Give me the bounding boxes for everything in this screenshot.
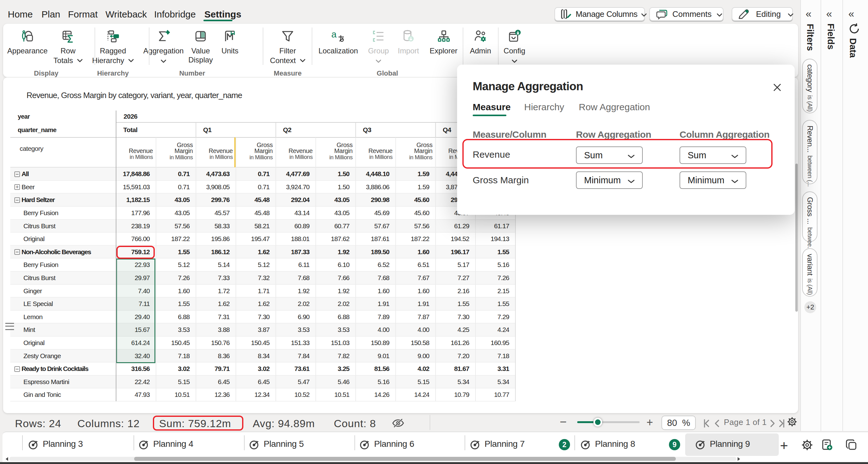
svg-text:a: a [331, 29, 337, 39]
